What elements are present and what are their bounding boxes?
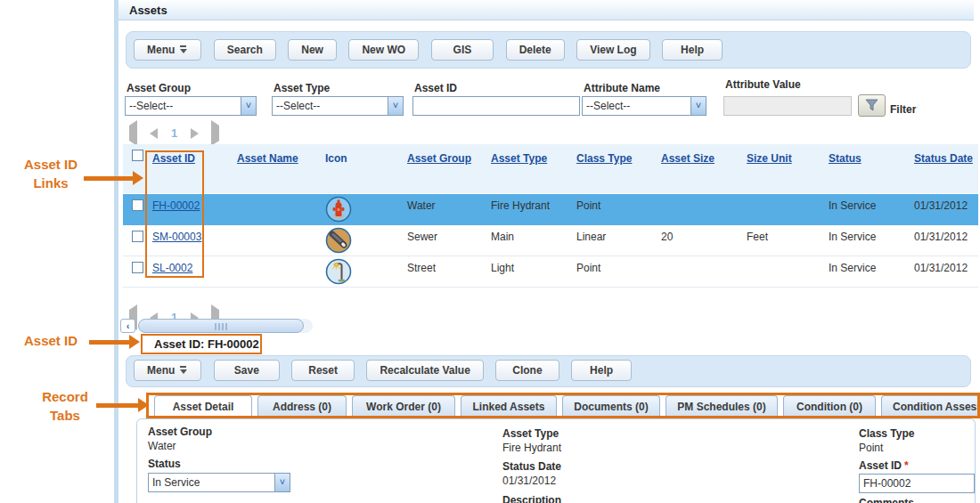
menu-dropdown-icon	[179, 45, 188, 54]
table-row[interactable]: SL-0002 Street Light Point In Service 01…	[123, 256, 978, 288]
filter-attribute-name-label: Attribute Name	[584, 82, 660, 94]
detail-status-select[interactable]: In Service˅	[148, 473, 290, 492]
detail-asset-id-label: Asset ID*	[859, 459, 909, 472]
required-asterisk: *	[904, 459, 909, 472]
detail-status-date-value: 01/31/2012	[502, 475, 556, 487]
column-header-icon: Icon	[325, 152, 347, 165]
horizontal-scrollbar[interactable]	[138, 319, 313, 333]
fire-hydrant-icon	[325, 196, 352, 226]
column-header-asset-id[interactable]: Asset ID	[152, 152, 195, 165]
help-button[interactable]: Help	[571, 360, 632, 381]
annotation-arrow	[84, 176, 134, 181]
annotation-record-tabs: Record Tabs	[27, 387, 103, 425]
filter-asset-id-label: Asset ID	[414, 82, 457, 94]
select-all-checkbox[interactable]	[132, 150, 143, 161]
annotation-arrow	[89, 340, 130, 345]
assets-module-panel: Assets Menu Search New New WO GIS Delete…	[114, 0, 974, 503]
detail-asset-group-value: Water	[148, 440, 176, 452]
new-wo-button[interactable]: New WO	[348, 39, 419, 61]
chevron-down-icon[interactable]: ˅	[241, 97, 256, 115]
filter-button-label: Filter	[890, 103, 916, 116]
next-page-icon[interactable]	[191, 128, 199, 139]
column-header-asset-size[interactable]: Asset Size	[661, 152, 715, 165]
grid-header-row: Asset ID Asset Name Icon Asset Group Ass…	[123, 144, 978, 193]
chevron-down-icon[interactable]: ˅	[690, 97, 706, 115]
save-button[interactable]: Save	[214, 360, 280, 381]
detail-status-date-label: Status Date	[502, 460, 561, 473]
last-page-icon[interactable]	[211, 126, 219, 142]
tab-address[interactable]: Address (0)	[257, 395, 347, 418]
asset-id-link[interactable]: SL-0002	[152, 262, 192, 274]
detail-class-type-label: Class Type	[859, 427, 914, 440]
column-header-size-unit[interactable]: Size Unit	[747, 152, 792, 165]
table-row[interactable]: FH-00002 Water Fire Hydrant Point I	[123, 194, 978, 225]
recalculate-value-button[interactable]: Recalculate Value	[366, 360, 483, 381]
page-number: 1	[171, 126, 177, 140]
grid-pager-top: 1	[129, 125, 228, 137]
tab-condition[interactable]: Condition (0)	[783, 395, 876, 418]
row-checkbox[interactable]	[132, 199, 143, 211]
filter-attribute-value-input	[723, 96, 852, 116]
search-button[interactable]: Search	[214, 39, 276, 61]
record-menu-button[interactable]: Menu	[134, 360, 201, 381]
filter-attribute-value-label: Attribute Value	[725, 78, 801, 91]
column-header-class-type[interactable]: Class Type	[576, 152, 632, 165]
scrollbar-thumb[interactable]	[138, 319, 304, 333]
table-row[interactable]: SM-00003 Sewer Main Linear 20 Feet In Se…	[123, 225, 978, 256]
detail-asset-type-label: Asset Type	[502, 427, 559, 440]
chevron-down-icon[interactable]: ˅	[274, 474, 290, 491]
filter-asset-group-select[interactable]: --Select--˅	[125, 96, 257, 116]
sewer-main-icon	[325, 227, 352, 257]
menu-dropdown-icon	[179, 365, 188, 375]
tab-asset-detail[interactable]: Asset Detail	[154, 395, 252, 418]
row-checkbox[interactable]	[132, 231, 143, 242]
chevron-down-icon[interactable]: ˅	[388, 97, 403, 115]
detail-description-label: Description	[502, 494, 561, 503]
previous-page-icon[interactable]	[150, 128, 158, 139]
annotation-asset-id: Asset ID	[12, 331, 89, 350]
delete-button[interactable]: Delete	[506, 39, 565, 61]
column-header-status-date[interactable]: Status Date	[914, 152, 973, 165]
filter-asset-type-select[interactable]: --Select--˅	[272, 96, 404, 116]
record-title: Asset ID: FH-00002	[154, 337, 259, 351]
help-button[interactable]: Help	[662, 39, 723, 61]
scroll-left-icon[interactable]: ‹	[120, 319, 135, 333]
asset-id-link[interactable]: SM-00003	[152, 231, 201, 243]
street-light-icon	[325, 258, 352, 288]
annotation-asset-id-links: Asset ID Links	[12, 155, 89, 192]
tab-condition-assessment[interactable]: Condition Assessm	[881, 395, 980, 418]
detail-status-label: Status	[148, 458, 181, 470]
detail-asset-type-value: Fire Hydrant	[502, 442, 561, 454]
row-checkbox[interactable]	[132, 262, 143, 273]
tab-work-order[interactable]: Work Order (0)	[352, 395, 455, 418]
view-log-button[interactable]: View Log	[576, 39, 649, 61]
tab-pm-schedules[interactable]: PM Schedules (0)	[666, 395, 778, 418]
column-header-asset-type[interactable]: Asset Type	[491, 152, 547, 165]
column-header-status[interactable]: Status	[829, 152, 862, 165]
column-header-asset-group[interactable]: Asset Group	[407, 152, 471, 165]
clone-button[interactable]: Clone	[495, 360, 559, 381]
filter-asset-id-input[interactable]	[412, 96, 580, 116]
new-button[interactable]: New	[288, 39, 337, 61]
first-page-icon[interactable]	[129, 126, 137, 142]
gis-button[interactable]: GIS	[431, 39, 494, 61]
assets-grid: Asset ID Asset Name Icon Asset Group Ass…	[123, 144, 978, 307]
asset-detail-panel: Asset Group Water Status In Service˅ Ass…	[136, 418, 976, 503]
reset-button[interactable]: Reset	[291, 360, 355, 381]
annotation-arrow	[96, 403, 139, 408]
menu-button[interactable]: Menu	[134, 39, 201, 61]
detail-class-type-value: Point	[859, 442, 883, 454]
column-header-asset-name[interactable]: Asset Name	[237, 152, 298, 165]
filter-attribute-name-select[interactable]: --Select--˅	[582, 96, 706, 116]
detail-asset-id-input[interactable]	[859, 474, 975, 493]
tab-documents[interactable]: Documents (0)	[562, 395, 660, 418]
filter-button[interactable]	[858, 94, 886, 117]
filter-asset-type-label: Asset Type	[274, 82, 330, 94]
scrollbar-grip	[215, 323, 227, 330]
detail-comments-label: Comments	[859, 497, 914, 503]
detail-asset-group-label: Asset Group	[148, 426, 212, 438]
module-title: Assets	[118, 0, 974, 20]
asset-id-link[interactable]: FH-00002	[152, 199, 200, 212]
tab-linked-assets[interactable]: Linked Assets	[461, 395, 557, 418]
filter-asset-group-label: Asset Group	[127, 82, 191, 94]
